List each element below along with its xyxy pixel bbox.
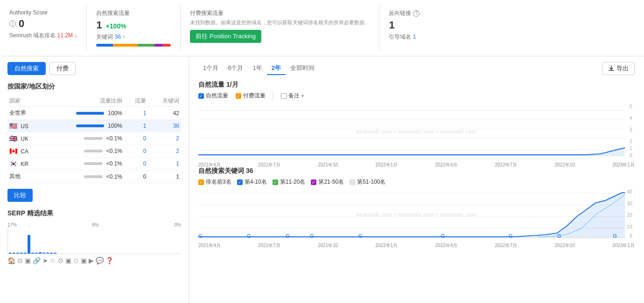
traffic-value[interactable]: 0 (124, 132, 148, 145)
serp-icon-link: 🔗 (33, 257, 41, 264)
serp-icon-star2: ✩ (73, 257, 79, 264)
paid-traffic-label: 付费搜索流量 (190, 9, 370, 17)
svg-text:0: 0 (630, 234, 632, 239)
keywords-value: 42 (148, 107, 181, 120)
traffic-value[interactable]: 1 (124, 120, 148, 132)
traffic-value[interactable]: 0 (124, 158, 148, 170)
authority-score-label: Authority Score (9, 9, 77, 16)
semrush-rank-value: 11.2M ↓ (57, 32, 77, 39)
svg-text:2: 2 (630, 139, 632, 144)
keywords-value: 1 (148, 170, 181, 183)
tab-paid[interactable]: 付费 (49, 62, 76, 75)
col-country: 国家 (7, 96, 44, 107)
keyword-distribution-bar (96, 44, 171, 47)
bar-seg-4 (154, 44, 163, 47)
export-icon (608, 65, 615, 72)
legend-4-10-check: ✓ (237, 179, 243, 185)
svg-text:G: G (310, 233, 314, 239)
compare-button[interactable]: 比较 (7, 189, 33, 202)
backlinks-value: 1 (389, 19, 635, 31)
ref-domains: 引导域名 1 (389, 33, 635, 41)
country-name: 其他 (7, 170, 44, 183)
svg-text:0: 0 (630, 153, 632, 158)
table-row: 🇰🇷 KR <0.1% 0 1 (7, 158, 181, 170)
col-keywords: 关键词 (148, 96, 181, 107)
keywords-count: 关键词 36 ↑ (96, 33, 171, 41)
country-name: 🇰🇷 KR (7, 158, 44, 170)
time-tabs-left: 1个月 6个月 1年 2年 全部时间 (198, 62, 319, 75)
authority-score-metric: Authority Score i 0 Semrush 域名排名 11.2M ↓ (0, 6, 87, 50)
legend-21-50-check: ✓ (311, 179, 316, 185)
traffic-bar-cell: 100% (44, 120, 124, 132)
time-tab-2y[interactable]: 2年 (267, 62, 286, 75)
keywords-value[interactable]: 36 (148, 120, 181, 132)
country-section-title: 按国家/地区划分 (7, 83, 181, 91)
legend-organic[interactable]: ✓ 自然流量 (198, 92, 228, 100)
serp-icon-circle2: ⊙ (58, 257, 63, 264)
time-tab-1m[interactable]: 1个月 (198, 62, 223, 75)
bar-seg-1 (96, 44, 113, 47)
legend-paid[interactable]: ✓ 付费流量 (236, 92, 266, 100)
serp-icon-grid2: ▣ (65, 257, 71, 264)
backlinks-metric: 反向链接 ? 1 引导域名 1 (379, 6, 644, 50)
chart1-area: semrush.com • semrush.com • semrush.com … (198, 103, 635, 159)
legend-paid-check: ✓ (236, 93, 241, 99)
time-tab-all[interactable]: 全部时间 (286, 62, 319, 75)
bar-seg-5 (163, 44, 171, 47)
serp-icon-arrow: ➤ (42, 257, 48, 264)
traffic-bar-cell: <0.1% (44, 132, 124, 145)
legend-note-box (281, 93, 287, 99)
keywords-value[interactable]: 1 (148, 158, 181, 170)
traffic-value[interactable]: 1 (124, 107, 148, 120)
legend-4-10[interactable]: ✓ 第4-10名 (237, 178, 267, 186)
svg-text:10: 10 (627, 224, 632, 229)
traffic-value: 0 (124, 170, 148, 183)
authority-info-icon[interactable]: i (9, 21, 16, 27)
serp-icon-star: ☆ (50, 257, 56, 264)
organic-traffic-label: 自然搜索流量 (96, 9, 171, 17)
paid-traffic-note: 未找到数据。如果这是您的域名，您可以获取关键词排名相关的所有必要数据。 (190, 19, 370, 26)
legend-top3-check: ✓ (198, 179, 204, 185)
traffic-bar-cell: <0.1% (44, 158, 124, 170)
svg-text:G: G (247, 233, 251, 239)
chart1-title: 自然流量 1/月 (198, 81, 635, 89)
chart2-svg: 40 30 20 10 0 G G G G G G G G G (198, 189, 635, 240)
time-tabs-row: 1个月 6个月 1年 2年 全部时间 导出 (198, 62, 635, 75)
position-tracking-button[interactable]: 前往 Position Tracking (190, 30, 261, 43)
country-table: 国家 流量比例 流量 关键词 全世界 100% 1 42 🇺🇸 US 100% … (7, 96, 181, 183)
legend-note[interactable]: 备注 ▾ (281, 92, 304, 100)
chart2-x-labels: 2021年4月 2021年7月 2021年10 2022年1月 2022年4月 … (198, 242, 635, 249)
legend-11-20-check: ✓ (273, 179, 278, 185)
serp-section: SERP 精选结果 17% 8% 0% (7, 209, 181, 264)
legend-51-100[interactable]: ✓ 第51-100名 (350, 178, 385, 186)
serp-bar (39, 252, 42, 254)
time-tab-6m[interactable]: 6个月 (223, 62, 248, 75)
country-name: 全世界 (7, 107, 44, 120)
legend-top3[interactable]: ✓ 排名前3名 (198, 178, 231, 186)
keywords-value[interactable]: 2 (148, 145, 181, 158)
left-tabs: 自然搜索 付费 (7, 62, 181, 75)
legend-21-50[interactable]: ✓ 第21-50名 (311, 178, 344, 186)
traffic-bar-cell: <0.1% (44, 145, 124, 158)
svg-marker-32 (198, 193, 625, 238)
export-button[interactable]: 导出 (602, 62, 635, 75)
time-tab-1y[interactable]: 1年 (248, 62, 266, 75)
legend-divider (273, 93, 273, 99)
main-content: 自然搜索 付费 按国家/地区划分 国家 流量比例 流量 关键词 全世界 100%… (0, 56, 644, 303)
legend-11-20[interactable]: ✓ 第11-20名 (273, 178, 306, 186)
backlinks-info-icon[interactable]: ? (413, 10, 420, 17)
serp-bar (50, 253, 53, 254)
svg-text:G: G (509, 233, 513, 239)
table-row: 🇺🇸 US 100% 1 36 (7, 120, 181, 132)
serp-icon-question: ❓ (105, 257, 113, 264)
serp-bar (20, 253, 23, 254)
serp-bar-big (28, 235, 30, 254)
tab-organic[interactable]: 自然搜索 (7, 62, 46, 75)
organic-traffic-metric: 自然搜索流量 1 +100% 关键词 36 ↑ (87, 6, 181, 50)
traffic-value[interactable]: 0 (124, 145, 148, 158)
serp-bar (31, 253, 34, 254)
keywords-value[interactable]: 2 (148, 132, 181, 145)
authority-score-value: 0 (19, 18, 24, 30)
country-name: 🇬🇧 UK (7, 132, 44, 145)
country-name: 🇺🇸 US (7, 120, 44, 132)
